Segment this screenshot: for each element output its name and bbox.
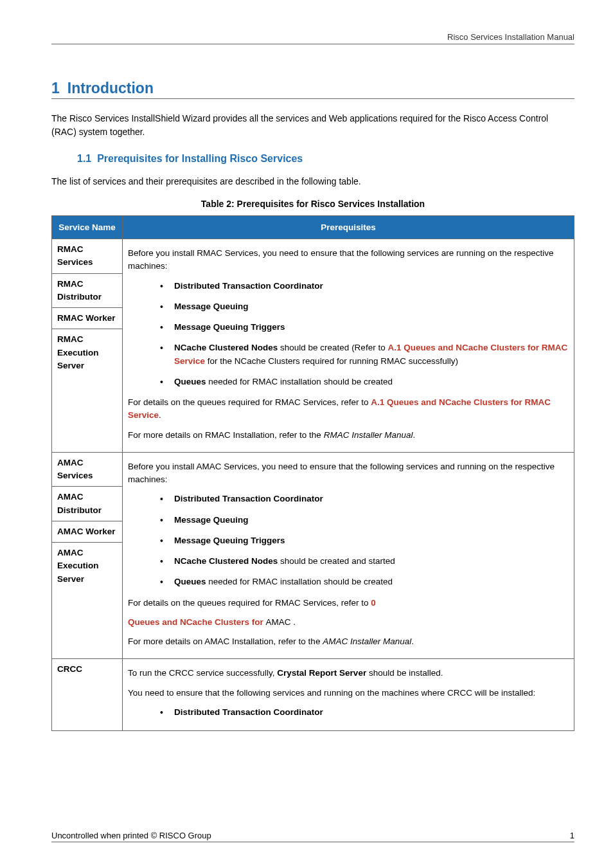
bullet-mqt: Message Queuing Triggers [174,322,285,332]
amac-ref2-link: Queues and NCache Clusters for [128,617,266,627]
intro-paragraph: The Risco Services InstallShield Wizard … [51,112,574,139]
amac-services-label: AMAC Services [57,458,93,480]
amac-execution-server-label: AMAC Execution Server [57,548,99,584]
bullet-ncache-label: NCache Clustered Nodes [174,556,278,566]
subsection-number: 1.1 [77,153,91,164]
amac-ref1-link: 0 [371,598,376,608]
bullet-dtc: Distributed Transaction Coordinator [174,281,323,291]
bullet-queues-text: needed for RMAC installation should be c… [206,377,393,386]
amac-ref3-end: . [411,637,414,646]
amac-ref1: For details on the queues required for R… [128,597,569,610]
rmac-worker-label: RMAC Worker [57,313,116,323]
table-row: CRCC To run the CRCC service successfull… [52,659,574,731]
bullet-mqt: Message Queuing Triggers [174,536,285,545]
bullet-ncache-text2: for the NCache Clusters required for run… [205,356,458,366]
crcc-p1-bold: Crystal Report Server [277,668,366,678]
rmac-execution-server-label: RMAC Execution Server [57,334,99,370]
section-number: 1 [51,80,60,96]
bullet-ncache-label: NCache Clustered Nodes [174,343,278,352]
rmac-ref1-end: . [159,410,161,420]
amac-ref3-text: For more details on AMAC Installation, r… [128,637,323,646]
bullet-queues-label: Queues [174,577,206,586]
rmac-bullets: Distributed Transaction Coordinator Mess… [128,280,569,389]
rmac-ref2: For more details on RMAC Installation, r… [128,429,569,442]
subsection-heading: 1.1 Prerequisites for Installing Risco S… [77,153,574,165]
bullet-mq: Message Queuing [174,302,249,311]
rmac-ref1-text: For details on the queues required for R… [128,397,371,407]
prereq-cell: To run the CRCC service successfully, Cr… [123,659,574,731]
prereq-cell: Before you install RMAC Services, you ne… [123,239,574,453]
rmac-ref2-manual: RMAC Installer Manual [324,430,413,440]
amac-lead: Before you install AMAC Services, you ne… [128,460,569,487]
crcc-bullets: Distributed Transaction Coordinator [128,706,569,719]
service-name-cell: RMAC Services RMAC Distributor RMAC Work… [52,239,123,453]
bullet-queues-text: needed for RMAC installation should be c… [206,577,393,586]
crcc-p1-text1: To run the CRCC service successfully, [128,668,277,678]
section-heading: 1Introduction [51,80,574,99]
running-header: Risco Services Installation Manual [51,32,574,44]
footer-left: Uncontrolled when printed © RISCO Group [51,831,211,840]
bullet-mq: Message Queuing [174,515,249,525]
th-prerequisites: Prerequisites [123,216,574,239]
rmac-lead: Before you install RMAC Services, you ne… [128,247,569,273]
subsection-intro: The list of services and their prerequis… [51,175,574,188]
page-footer: Uncontrolled when printed © RISCO Group … [51,831,574,842]
amac-bullets: Distributed Transaction Coordinator Mess… [128,493,569,588]
bullet-queues-label: Queues [174,377,206,386]
th-service-name: Service Name [52,216,123,239]
crcc-p1: To run the CRCC service successfully, Cr… [128,667,569,680]
amac-ref2: Queues and NCache Clusters for AMAC . [128,616,569,629]
footer-page-number: 1 [570,831,574,840]
crcc-p1-text2: should be installed. [366,668,443,678]
bullet-ncache-text1: should be created (Refer to [278,343,387,352]
table-row: RMAC Services RMAC Distributor RMAC Work… [52,239,574,453]
amac-worker-label: AMAC Worker [57,527,116,536]
rmac-distributor-label: RMAC Distributor [57,279,102,302]
amac-distributor-label: AMAC Distributor [57,492,102,514]
rmac-services-label: RMAC Services [57,244,93,267]
bullet-dtc: Distributed Transaction Coordinator [174,707,323,717]
amac-ref3: For more details on AMAC Installation, r… [128,635,569,648]
amac-ref2-text: AMAC . [266,617,296,627]
prereq-cell: Before you install AMAC Services, you ne… [123,452,574,659]
table-caption: Table 2: Prerequisites for Risco Service… [51,199,574,209]
rmac-ref1: For details on the queues required for R… [128,396,569,422]
amac-ref1-text: For details on the queues required for R… [128,598,371,608]
bullet-dtc: Distributed Transaction Coordinator [174,494,323,503]
prerequisites-table: Service Name Prerequisites RMAC Services… [51,215,574,731]
bullet-ncache-text: should be created and started [278,556,395,566]
table-row: AMAC Services AMAC Distributor AMAC Work… [52,452,574,659]
subsection-title: Prerequisites for Installing Risco Servi… [97,153,303,164]
rmac-ref2-text: For more details on RMAC Installation, r… [128,430,324,440]
crcc-p2: You need to ensure that the following se… [128,687,569,700]
amac-ref3-manual: AMAC Installer Manual [323,637,411,646]
service-name-cell: AMAC Services AMAC Distributor AMAC Work… [52,452,123,659]
rmac-ref2-end: . [413,430,415,440]
section-title: Introduction [67,80,154,96]
service-name-cell: CRCC [52,659,123,731]
